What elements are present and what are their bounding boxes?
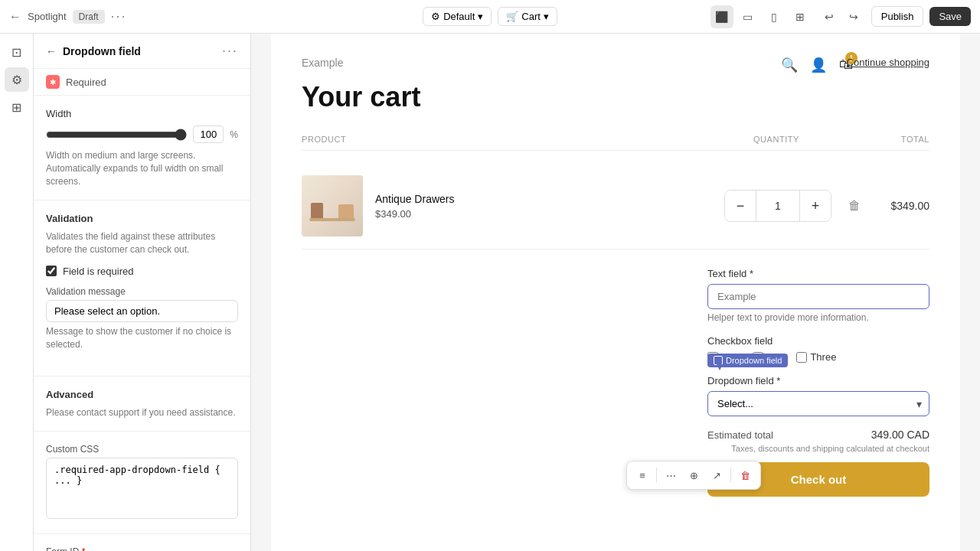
required-text: Required	[66, 77, 106, 88]
product-img-placeholder	[302, 175, 363, 236]
dropdown-select-wrapper: Select... ▾	[707, 391, 929, 416]
floating-toolbar: ≡ ⋯ ⊕ ↗ 🗑	[626, 461, 761, 490]
img-item1	[311, 203, 323, 218]
chevron-down-icon: ▾	[478, 11, 483, 22]
dropdown-field-label: Dropdown field *	[707, 375, 929, 386]
quantity-increase-button[interactable]: +	[800, 191, 831, 221]
advanced-desc: Please contact support if you need assis…	[46, 406, 238, 419]
cart-chevron-icon: ▾	[544, 11, 549, 22]
default-button[interactable]: ⚙ Default ▾	[423, 7, 492, 26]
redo-button[interactable]: ↪	[842, 5, 865, 28]
css-section: Custom CSS .required-app-dropdown-field …	[34, 432, 250, 534]
topbar-right: ⬛ ▭ ▯ ⊞ ↩ ↪ Publish Save	[567, 5, 971, 28]
width-slider[interactable]	[46, 129, 187, 141]
product-info: Antique Drawers $349.00	[375, 193, 724, 220]
back-icon[interactable]: ←	[9, 10, 21, 24]
toolbar-link-icon[interactable]: ↗	[706, 465, 727, 486]
save-button[interactable]: Save	[929, 7, 971, 26]
panel-title: Dropdown field	[63, 45, 141, 57]
settings-panel: ← Dropdown field ··· ✱ Required Width % …	[34, 34, 251, 551]
cart-button[interactable]: 🛒 Cart ▾	[498, 7, 557, 26]
text-field-input[interactable]	[707, 284, 929, 309]
toolbar-spacing-icon[interactable]: ⋯	[660, 465, 681, 486]
cart-fields: Text field * Helper text to provide more…	[302, 268, 929, 497]
main-layout: ⊡ ⚙ ⊞ ← Dropdown field ··· ✱ Required Wi…	[0, 34, 980, 551]
device-icons: ⬛ ▭ ▯ ⊞	[710, 5, 812, 28]
text-field-helper: Helper text to provide more information.	[707, 312, 929, 323]
tablet-icon[interactable]: ▭	[737, 5, 760, 28]
col-quantity-header: QUANTITY	[715, 135, 838, 144]
panel-back-icon[interactable]: ←	[46, 45, 57, 57]
cart-header: PRODUCT QUANTITY TOTAL	[302, 129, 929, 151]
topbar-more-icon[interactable]: ···	[111, 8, 127, 24]
validation-message-input[interactable]	[46, 300, 238, 322]
css-label: Custom CSS	[46, 444, 238, 455]
field-required-label: Field is required	[63, 266, 134, 277]
dropdown-tooltip-icon	[714, 356, 723, 365]
form-id-required-star: *	[82, 546, 86, 551]
undo-button[interactable]: ↩	[818, 5, 841, 28]
advanced-section: Advanced Please contact support if you n…	[34, 377, 250, 432]
cart-icon: 🛒	[506, 11, 518, 22]
settings-icon[interactable]: ⚙	[5, 67, 29, 92]
topbar-left: ← Spotlight Draft ···	[9, 8, 413, 24]
app-name: Spotlight	[28, 11, 67, 22]
checkbox-three[interactable]	[796, 352, 807, 363]
dropdown-field-group: Dropdown field Dropdown field * Select..…	[707, 375, 929, 416]
toolbar-add-icon[interactable]: ⊕	[683, 465, 704, 486]
subtotal-hint: Taxes, discounts and shipping calculated…	[707, 444, 929, 453]
preview-area: Example Your cart 🔍 👤 🛍 1 Continue shopp…	[251, 34, 980, 551]
form-id-label: Form ID *	[46, 546, 238, 551]
dropdown-tooltip: Dropdown field	[707, 354, 788, 367]
field-required-checkbox[interactable]	[46, 266, 57, 276]
col-total-header: TOTAL	[838, 135, 929, 144]
continue-shopping-link[interactable]: Continue shopping	[847, 57, 929, 68]
icon-bar: ⊡ ⚙ ⊞	[0, 34, 34, 551]
toolbar-divider-1	[656, 468, 657, 483]
required-row: ✱ Required	[34, 69, 250, 96]
panel-more-icon[interactable]: ···	[222, 43, 238, 59]
width-value-input[interactable]	[193, 126, 224, 143]
dropdown-select[interactable]: Select...	[707, 391, 929, 416]
desktop-icon[interactable]: ⬛	[710, 5, 733, 28]
responsive-icon[interactable]: ⊞	[789, 5, 812, 28]
product-image	[302, 175, 363, 236]
validation-message-group: Validation message Message to show the c…	[46, 286, 238, 351]
width-unit: %	[230, 129, 238, 140]
width-desc: Width on medium and large screens. Autom…	[46, 149, 238, 187]
width-section: Width % Width on medium and large screen…	[34, 96, 250, 201]
preview-header-icons: 🔍 👤 🛍 1	[781, 57, 853, 73]
topbar: ← Spotlight Draft ··· ⚙ Default ▾ 🛒 Cart…	[0, 0, 980, 34]
toolbar-divider-2	[730, 468, 731, 483]
width-label: Width	[46, 108, 71, 119]
validation-desc: Validates the field against these attrib…	[46, 230, 238, 256]
publish-button[interactable]: Publish	[871, 6, 924, 27]
delete-item-button[interactable]: 🗑	[841, 192, 868, 220]
preview-content: Example Your cart 🔍 👤 🛍 1 Continue shopp…	[271, 34, 960, 551]
advanced-title: Advanced	[46, 389, 238, 400]
subtotal-label: Estimated total	[707, 429, 773, 441]
panel-header-left: ← Dropdown field	[46, 45, 141, 57]
home-icon[interactable]: ⊡	[5, 40, 29, 64]
topbar-center: ⚙ Default ▾ 🛒 Cart ▾	[423, 7, 557, 26]
quantity-control: − 1 +	[724, 190, 831, 222]
panel-header: ← Dropdown field ···	[34, 34, 250, 69]
quantity-decrease-button[interactable]: −	[725, 191, 756, 221]
item-total: $349.00	[868, 200, 929, 212]
user-icon[interactable]: 👤	[810, 57, 827, 73]
validation-section: Validation Validates the field against t…	[34, 201, 250, 376]
field-required-row: Field is required	[46, 266, 238, 277]
subtotal-row: Estimated total 349.00 CAD	[707, 429, 929, 441]
width-row: Width	[46, 108, 238, 119]
toolbar-delete-icon[interactable]: 🗑	[734, 465, 756, 486]
page-title: Your cart	[302, 81, 929, 113]
search-icon[interactable]: 🔍	[781, 57, 798, 73]
mobile-icon[interactable]: ▯	[763, 5, 786, 28]
css-textarea[interactable]: .required-app-dropdown-field { ... }	[46, 458, 238, 519]
apps-icon[interactable]: ⊞	[5, 95, 29, 119]
checkbox-option-three: Three	[796, 351, 836, 363]
draft-badge[interactable]: Draft	[73, 10, 105, 24]
product-price: $349.00	[375, 208, 724, 220]
img-item2	[338, 204, 354, 218]
toolbar-align-icon[interactable]: ≡	[632, 465, 653, 486]
